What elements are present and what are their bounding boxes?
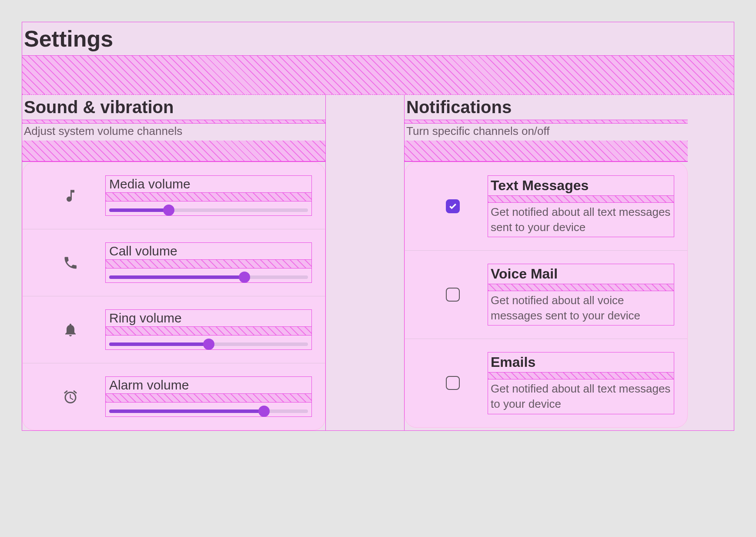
hatch: [22, 120, 325, 124]
alarm-volume-control: Alarm volume: [105, 376, 312, 417]
slider-label: Alarm volume: [106, 377, 311, 394]
notification-desc: Get notified about all voice messages se…: [488, 291, 674, 325]
notification-row-voice-mail: Voice Mail Get notified about all voice …: [405, 251, 687, 339]
page-title: Settings: [22, 22, 734, 56]
notification-row-text-messages: Text Messages Get notified about all tex…: [405, 162, 687, 251]
notifications-header: Notifications Turn specific channels on/…: [405, 95, 688, 162]
header-spacer: [22, 56, 734, 95]
alarm-volume-slider[interactable]: [109, 409, 308, 413]
sound-card: Media volume: [22, 162, 325, 430]
text-messages-checkbox[interactable]: [446, 199, 460, 213]
hatch: [488, 196, 674, 203]
notification-title: Text Messages: [488, 176, 674, 196]
sound-row-ring: Ring volume: [23, 296, 325, 363]
notification-desc: Get notified about all text messages to …: [488, 379, 674, 413]
hatch: [488, 373, 674, 379]
sound-row-call: Call volume: [23, 229, 325, 296]
sound-header: Sound & vibration Adjust system volume c…: [22, 95, 325, 162]
sound-row-alarm: Alarm volume: [23, 363, 325, 430]
call-volume-control: Call volume: [105, 242, 312, 283]
hatch: [106, 260, 311, 268]
media-volume-slider[interactable]: [109, 208, 308, 212]
text-messages-info: Text Messages Get notified about all tex…: [488, 175, 674, 237]
check-icon: [448, 202, 457, 211]
settings-page: Settings Sound & vibration Adjust system…: [22, 22, 734, 431]
slider-thumb[interactable]: [203, 339, 214, 350]
notification-desc: Get notified about all text messages sen…: [488, 203, 674, 237]
sound-subtitle: Adjust system volume channels: [22, 124, 325, 141]
slider-label: Ring volume: [106, 310, 311, 327]
notifications-section: Notifications Turn specific channels on/…: [404, 95, 688, 430]
sound-row-media: Media volume: [23, 162, 325, 229]
hatch: [488, 284, 674, 291]
notifications-subtitle: Turn specific channels on/off: [405, 124, 688, 141]
phone-icon: [36, 255, 105, 271]
sound-title: Sound & vibration: [22, 95, 325, 120]
notifications-title: Notifications: [405, 95, 688, 120]
hatch: [405, 120, 688, 124]
voice-mail-info: Voice Mail Get notified about all voice …: [488, 264, 674, 326]
hatch: [106, 193, 311, 201]
slider-label: Media volume: [106, 176, 311, 193]
emails-info: Emails Get notified about all text messa…: [488, 352, 674, 414]
notification-title: Emails: [488, 352, 674, 373]
slider-thumb[interactable]: [239, 272, 250, 283]
sound-section: Sound & vibration Adjust system volume c…: [22, 95, 326, 430]
ring-volume-slider[interactable]: [109, 342, 308, 346]
slider-thumb[interactable]: [258, 406, 270, 417]
notification-title: Voice Mail: [488, 264, 674, 284]
notification-row-emails: Emails Get notified about all text messa…: [405, 339, 687, 427]
voice-mail-checkbox[interactable]: [446, 288, 460, 302]
call-volume-slider[interactable]: [109, 275, 308, 279]
emails-checkbox[interactable]: [446, 376, 460, 390]
slider-thumb[interactable]: [163, 205, 174, 216]
hatch: [106, 327, 311, 336]
media-volume-control: Media volume: [105, 175, 312, 216]
notifications-card: Text Messages Get notified about all tex…: [405, 162, 688, 428]
slider-label: Call volume: [106, 243, 311, 260]
hatch: [405, 141, 688, 161]
hatch: [22, 141, 325, 161]
alarm-icon: [36, 389, 105, 405]
columns: Sound & vibration Adjust system volume c…: [22, 95, 734, 430]
ring-volume-control: Ring volume: [105, 309, 312, 350]
hatch: [106, 394, 311, 403]
music-note-icon: [36, 188, 105, 204]
bell-icon: [36, 322, 105, 338]
